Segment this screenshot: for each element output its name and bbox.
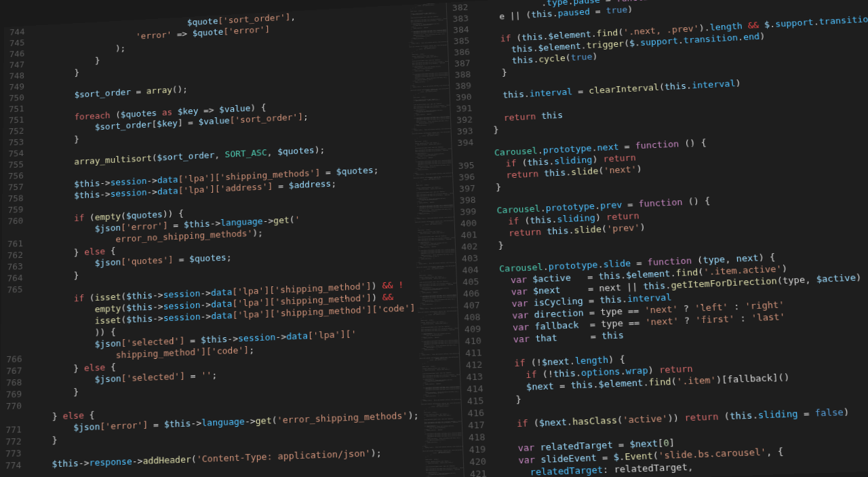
line-number: 384 xyxy=(451,24,469,36)
line-number: 416 xyxy=(466,406,485,419)
line-number xyxy=(4,412,22,424)
line-number: 411 xyxy=(463,347,482,360)
line-number: 421 xyxy=(468,468,487,477)
line-number: 754 xyxy=(7,147,24,159)
line-number: 408 xyxy=(462,311,480,324)
line-number: 387 xyxy=(452,57,471,69)
line-number: 758 xyxy=(6,192,23,204)
line-number: 401 xyxy=(459,229,477,241)
line-number xyxy=(5,295,23,307)
line-number: 402 xyxy=(459,240,477,252)
line-number: 764 xyxy=(5,272,23,284)
line-number: 418 xyxy=(467,431,486,444)
line-number xyxy=(5,318,22,330)
line-number: 415 xyxy=(465,394,484,407)
line-number: 414 xyxy=(465,383,484,396)
line-number: 744 xyxy=(8,26,25,37)
line-number: 746 xyxy=(7,48,24,60)
line-number: 397 xyxy=(457,183,475,195)
line-number: 748 xyxy=(7,70,24,82)
line-number: 398 xyxy=(458,194,476,206)
editor-pane-left: 7447457467477487497507517517527537547557… xyxy=(0,3,465,477)
line-number: 767 xyxy=(5,364,22,377)
line-number: 404 xyxy=(460,264,479,276)
line-number: 403 xyxy=(460,252,478,264)
line-number: 419 xyxy=(467,443,486,456)
line-number xyxy=(5,330,22,342)
line-number: 774 xyxy=(3,459,21,472)
line-number: 417 xyxy=(466,419,485,432)
line-number: 383 xyxy=(451,12,469,24)
line-number: 399 xyxy=(458,206,477,218)
line-number: 761 xyxy=(6,237,24,250)
line-number: 390 xyxy=(454,91,472,103)
line-number: 751 xyxy=(7,103,24,115)
line-number: 753 xyxy=(7,136,24,149)
line-number: 386 xyxy=(452,46,471,58)
line-number: 405 xyxy=(460,275,479,288)
line-number: 392 xyxy=(454,114,473,126)
line-number: 757 xyxy=(6,181,23,193)
line-number: 756 xyxy=(7,170,24,182)
line-number: 752 xyxy=(7,125,24,137)
line-number: 769 xyxy=(4,388,22,400)
line-number: 747 xyxy=(7,59,24,71)
line-number: 407 xyxy=(462,299,480,312)
line-number: 409 xyxy=(462,323,481,336)
line-number: 750 xyxy=(7,92,24,104)
line-number: 395 xyxy=(456,159,475,172)
line-number: 755 xyxy=(7,159,24,171)
line-number xyxy=(456,148,474,160)
line-number: 393 xyxy=(455,125,473,137)
line-number: 385 xyxy=(452,35,470,47)
line-number: 762 xyxy=(5,249,23,261)
line-number: 413 xyxy=(465,370,484,383)
line-number: 389 xyxy=(454,80,472,92)
line-number: 410 xyxy=(463,335,482,347)
line-number: 406 xyxy=(461,287,479,299)
line-number: 391 xyxy=(454,102,473,115)
line-number: 768 xyxy=(4,377,22,389)
line-number: 771 xyxy=(4,423,22,436)
line-number: 412 xyxy=(464,358,483,371)
line-number: 751 xyxy=(7,114,24,126)
line-number: 745 xyxy=(7,37,24,48)
editor-pane-right: 382383384385386387388389390391392393394 … xyxy=(446,0,868,477)
code-content-right[interactable]: .type.pause = function (e) { 'prev', thi… xyxy=(475,0,868,477)
line-number: 749 xyxy=(7,81,24,93)
line-number: 394 xyxy=(456,136,474,149)
line-number: 420 xyxy=(467,455,486,468)
line-number: 763 xyxy=(5,261,23,273)
line-number: 396 xyxy=(457,171,475,183)
line-gutter-left: 7447457467477487497507517517527537547557… xyxy=(0,26,31,477)
line-number: 765 xyxy=(5,284,23,296)
line-number: 766 xyxy=(5,353,22,365)
line-number xyxy=(6,226,23,238)
line-number: 759 xyxy=(6,204,23,216)
line-number: 400 xyxy=(458,217,477,229)
line-number: 760 xyxy=(6,215,23,227)
line-number: 388 xyxy=(453,69,471,81)
line-number: 773 xyxy=(3,447,21,459)
line-number xyxy=(5,341,22,354)
code-content-left[interactable]: $quote['sort_order'], 'error' => $quote[… xyxy=(28,5,421,477)
line-number: 772 xyxy=(4,436,22,448)
line-number: 382 xyxy=(450,1,469,14)
line-number: 770 xyxy=(4,400,22,412)
editor-viewport: 7447457467477487497507517517527537547557… xyxy=(0,0,868,477)
line-number xyxy=(5,307,22,319)
